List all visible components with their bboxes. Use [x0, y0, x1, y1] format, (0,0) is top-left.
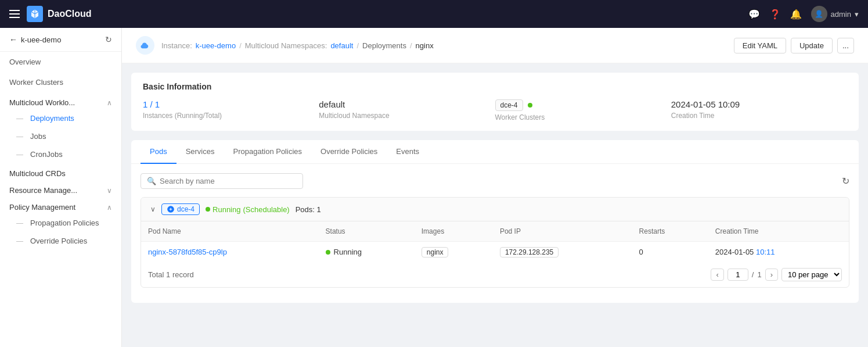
- search-input-wrap[interactable]: 🔍: [141, 173, 303, 189]
- tab-override-policies[interactable]: Override Policies: [311, 140, 387, 164]
- sidebar-sub-override-policies[interactable]: — Override Policies: [0, 232, 121, 250]
- pods-count-value: 1: [317, 205, 321, 214]
- sidebar-back[interactable]: ← k-uee-demo: [9, 35, 61, 44]
- sidebar-section-policy-management[interactable]: Policy Management ∧: [0, 197, 121, 214]
- hamburger-icon[interactable]: [9, 10, 20, 18]
- table-refresh-icon[interactable]: ↻: [842, 176, 849, 187]
- update-button[interactable]: Update: [791, 38, 833, 53]
- breadcrumb-resource-name: nginx: [416, 41, 434, 50]
- current-page-input[interactable]: [727, 269, 748, 281]
- table-header: Pod Name Status Images Pod IP Restarts C…: [141, 221, 849, 242]
- brand: DaoCloud: [27, 6, 92, 22]
- dash-icon: —: [16, 151, 23, 159]
- cluster-schedulable-text: (Schedulable): [243, 205, 289, 214]
- per-page-select[interactable]: 10 per page: [781, 268, 842, 281]
- bell-icon[interactable]: 🔔: [790, 9, 802, 20]
- sidebar-section-resource-management[interactable]: Resource Manage... ∨: [0, 180, 121, 197]
- creation-time-value: 2024-01-05 10:09: [671, 99, 847, 109]
- sidebar-item-overview[interactable]: Overview: [0, 52, 121, 72]
- cell-status: Running: [319, 242, 415, 263]
- brand-logo: [27, 6, 43, 22]
- namespaces-label: Multicloud Namespaces:: [245, 41, 327, 50]
- pods-count: Pods: 1: [296, 205, 321, 214]
- sidebar-sub-deployments-label: Deployments: [30, 114, 74, 123]
- cell-pod-name: nginx-5878fd5f85-cp9lp: [141, 242, 319, 263]
- dash-icon: —: [16, 219, 23, 227]
- cloud-icon: [136, 36, 154, 55]
- col-pod-ip: Pod IP: [493, 221, 632, 242]
- chevron-down-icon: ∨: [107, 187, 112, 195]
- cluster-badge: dce-4: [495, 99, 523, 111]
- breadcrumb-sep-1: /: [239, 41, 242, 50]
- username: admin: [831, 10, 851, 19]
- content-area: Instance: k-uee-demo / Multicloud Namesp…: [122, 28, 868, 347]
- sidebar-sub-cronjobs-label: CronJobs: [30, 150, 63, 159]
- tab-events[interactable]: Events: [387, 140, 428, 164]
- info-item-namespace: default Multicloud Namespace: [319, 99, 495, 121]
- pod-name-link[interactable]: nginx-5878fd5f85-cp9lp: [148, 248, 227, 256]
- cell-images: nginx: [415, 242, 493, 263]
- breadcrumb-resource-type[interactable]: Deployments: [362, 41, 406, 50]
- basic-info-title: Basic Information: [143, 82, 847, 91]
- main-layout: ← k-uee-demo ↻ Overview Worker Clusters …: [0, 28, 868, 347]
- namespace-label: Multicloud Namespace: [319, 112, 495, 120]
- image-tag: nginx: [422, 247, 449, 257]
- sidebar-sub-cronjobs[interactable]: — CronJobs: [0, 145, 121, 163]
- running-dot: [206, 207, 210, 212]
- instance-label: Instance:: [161, 41, 192, 50]
- back-arrow-icon: ←: [9, 35, 17, 44]
- sidebar-section-resource-management-label: Resource Manage...: [9, 186, 77, 195]
- sidebar-section-multicloud-workloads[interactable]: Multicloud Worklo... ∧: [0, 92, 121, 109]
- info-item-creation-time: 2024-01-05 10:09 Creation Time: [671, 99, 847, 121]
- cluster-status-dot: [528, 103, 532, 108]
- help-icon[interactable]: ❓: [769, 9, 781, 20]
- tabs-container: Pods Services Propagation Policies Overr…: [131, 140, 859, 303]
- cell-pod-ip: 172.29.128.235: [493, 242, 632, 263]
- col-restarts: Restarts: [632, 221, 708, 242]
- status-text: Running: [334, 248, 362, 256]
- status-cell: Running: [326, 248, 408, 256]
- breadcrumb: Instance: k-uee-demo / Multicloud Namesp…: [136, 36, 434, 55]
- basic-info-card: Basic Information 1 / 1 Instances (Runni…: [131, 73, 859, 131]
- more-button[interactable]: ...: [837, 38, 854, 53]
- tabs-header: Pods Services Propagation Policies Overr…: [131, 140, 859, 164]
- avatar: 👤: [811, 6, 827, 22]
- sidebar-item-worker-clusters-label: Worker Clusters: [9, 78, 63, 87]
- edit-yaml-button[interactable]: Edit YAML: [734, 38, 786, 53]
- sidebar-sub-deployments[interactable]: — Deployments: [0, 109, 121, 127]
- breadcrumb-sep-2: /: [356, 41, 359, 50]
- tab-pods[interactable]: Pods: [141, 140, 177, 164]
- breadcrumb-namespace[interactable]: default: [330, 41, 353, 50]
- search-input[interactable]: [160, 177, 297, 185]
- next-page-button[interactable]: ›: [765, 269, 778, 281]
- cluster-name: dce-4: [177, 205, 195, 213]
- tab-propagation-policies[interactable]: Propagation Policies: [224, 140, 312, 164]
- namespace-value: default: [319, 99, 495, 109]
- table-body: nginx-5878fd5f85-cp9lp Running ngin: [141, 242, 849, 263]
- cluster-header: ∨ dce-4 Running (Schedulable) Pods:: [141, 198, 849, 221]
- cluster-chevron-icon[interactable]: ∨: [150, 205, 156, 213]
- breadcrumb-instance[interactable]: k-uee-demo: [196, 41, 236, 50]
- navbar-left: DaoCloud: [9, 6, 92, 22]
- total-pages: 1: [757, 270, 761, 279]
- sidebar-section-policy-management-label: Policy Management: [9, 203, 75, 212]
- sidebar-section-multicloud-crds[interactable]: Multicloud CRDs: [0, 163, 121, 180]
- page-separator: /: [752, 270, 754, 279]
- message-icon[interactable]: 💬: [748, 9, 760, 20]
- user-info[interactable]: 👤 admin ▾: [811, 6, 859, 22]
- chevron-up-icon: ∧: [107, 99, 112, 107]
- prev-page-button[interactable]: ‹: [711, 269, 723, 281]
- sidebar-sub-override-policies-label: Override Policies: [30, 237, 87, 245]
- creation-time-link[interactable]: 10:11: [756, 248, 775, 256]
- sidebar-item-worker-clusters[interactable]: Worker Clusters: [0, 72, 121, 92]
- sidebar-sub-jobs[interactable]: — Jobs: [0, 127, 121, 145]
- info-item-worker-cluster: dce-4 Worker Clusters: [495, 99, 671, 121]
- sidebar-refresh-icon[interactable]: ↻: [105, 35, 112, 44]
- info-item-running-total: 1 / 1 Instances (Running/Total): [143, 99, 319, 121]
- sidebar-sub-propagation-policies[interactable]: — Propagation Policies: [0, 214, 121, 232]
- pods-label: Pods:: [296, 205, 315, 214]
- tab-services[interactable]: Services: [177, 140, 224, 164]
- table-header-row: Pod Name Status Images Pod IP Restarts C…: [141, 221, 849, 242]
- col-creation-time: Creation Time: [708, 221, 849, 242]
- table-row: nginx-5878fd5f85-cp9lp Running ngin: [141, 242, 849, 263]
